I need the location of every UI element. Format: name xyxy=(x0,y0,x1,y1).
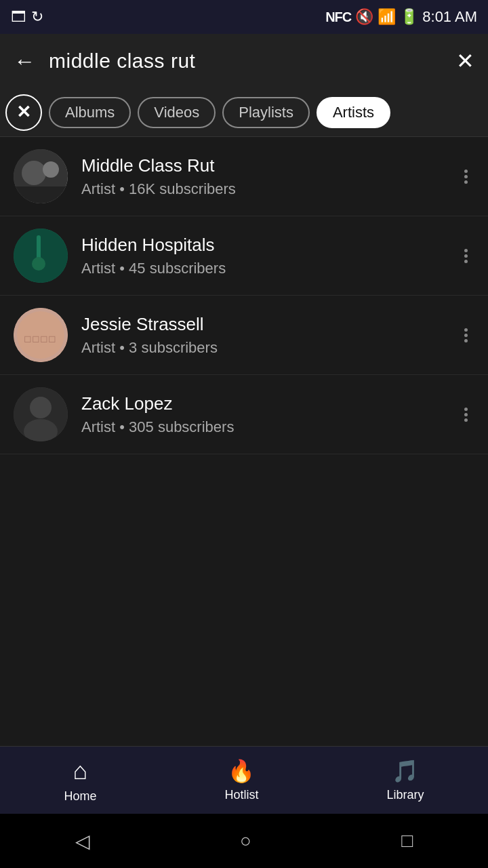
artist-name-4: Zack Lopez xyxy=(81,393,444,414)
library-icon: 🎵 xyxy=(392,758,419,784)
artist-name-2: Hidden Hospitals xyxy=(81,235,444,256)
tab-artists[interactable]: Artists xyxy=(317,97,390,128)
nav-library-label: Library xyxy=(386,788,424,802)
artist-meta-1: Artist • 16K subscribers xyxy=(81,180,444,198)
svg-rect-3 xyxy=(14,186,68,203)
artist-more-button-3[interactable] xyxy=(458,321,474,349)
artist-more-button-1[interactable] xyxy=(458,163,474,191)
back-button[interactable]: ← xyxy=(14,49,35,74)
system-back-button[interactable]: ◁ xyxy=(75,830,90,852)
artist-item-1[interactable]: Middle Class Rut Artist • 16K subscriber… xyxy=(0,137,488,216)
clear-search-button[interactable]: ✕ xyxy=(456,48,474,74)
artist-item-4[interactable]: Zack Lopez Artist • 305 subscribers xyxy=(0,375,488,454)
nfc-icon: NFC xyxy=(325,9,351,25)
battery-icon: 🔋 xyxy=(400,8,418,26)
svg-point-1 xyxy=(22,161,46,185)
artist-avatar-1 xyxy=(14,149,68,203)
svg-point-6 xyxy=(32,257,45,271)
tab-songs[interactable]: ✕ xyxy=(5,94,42,131)
artist-more-button-4[interactable] xyxy=(458,401,474,429)
status-right-icons: NFC 🔇 📶 🔋 8:01 AM xyxy=(325,8,477,26)
artist-meta-4: Artist • 305 subscribers xyxy=(81,418,444,436)
tab-albums[interactable]: Albums xyxy=(49,97,131,128)
artist-info-4: Zack Lopez Artist • 305 subscribers xyxy=(81,393,444,436)
system-navigation: ◁ ○ □ xyxy=(0,814,488,868)
artist-name-3: Jessie Strassell xyxy=(81,314,444,335)
svg-point-2 xyxy=(43,161,59,178)
artist-item-2[interactable]: Hidden Hospitals Artist • 45 subscribers xyxy=(0,216,488,296)
svg-text:◻◻◻◻: ◻◻◻◻ xyxy=(24,333,56,344)
hotlist-icon: 🔥 xyxy=(228,758,255,784)
notification-icon: 🗖 xyxy=(11,8,26,26)
artist-meta-2: Artist • 45 subscribers xyxy=(81,260,444,277)
tab-videos[interactable]: Videos xyxy=(138,97,216,128)
artist-name-1: Middle Class Rut xyxy=(81,155,444,176)
nav-hotlist-label: Hotlist xyxy=(224,788,258,802)
status-left-icons: 🗖 ↻ xyxy=(11,8,43,26)
artist-item-3[interactable]: ◻◻◻◻ Jessie Strassell Artist • 3 subscri… xyxy=(0,296,488,375)
close-filter-icon: ✕ xyxy=(16,102,31,123)
artist-more-button-2[interactable] xyxy=(458,242,474,270)
status-time: 8:01 AM xyxy=(422,8,477,26)
artist-meta-3: Artist • 3 subscribers xyxy=(81,339,444,357)
filter-tabs-bar: ✕ Albums Videos Playlists Artists xyxy=(0,88,488,137)
nav-home[interactable]: ⌂ Home xyxy=(64,757,96,804)
wifi-icon: 📶 xyxy=(378,8,396,26)
bottom-navigation: ⌂ Home 🔥 Hotlist 🎵 Library xyxy=(0,746,488,814)
sync-icon: ↻ xyxy=(31,8,43,26)
artist-avatar-3: ◻◻◻◻ xyxy=(14,308,68,362)
svg-point-11 xyxy=(30,397,52,418)
artist-info-3: Jessie Strassell Artist • 3 subscribers xyxy=(81,314,444,357)
nav-library[interactable]: 🎵 Library xyxy=(386,758,424,802)
tab-playlists[interactable]: Playlists xyxy=(222,97,310,128)
artist-avatar-4 xyxy=(14,387,68,441)
artist-avatar-2 xyxy=(14,229,68,283)
system-home-button[interactable]: ○ xyxy=(240,830,251,852)
status-bar: 🗖 ↻ NFC 🔇 📶 🔋 8:01 AM xyxy=(0,0,488,34)
mute-icon: 🔇 xyxy=(355,8,373,26)
home-icon: ⌂ xyxy=(73,757,88,785)
search-query-title: middle class rut xyxy=(49,50,443,73)
nav-home-label: Home xyxy=(64,789,96,804)
nav-hotlist[interactable]: 🔥 Hotlist xyxy=(224,758,258,802)
system-recent-button[interactable]: □ xyxy=(401,830,413,852)
artist-info-1: Middle Class Rut Artist • 16K subscriber… xyxy=(81,155,444,198)
artist-info-2: Hidden Hospitals Artist • 45 subscribers xyxy=(81,235,444,277)
search-header: ← middle class rut ✕ xyxy=(0,34,488,88)
artist-results-list: Middle Class Rut Artist • 16K subscriber… xyxy=(0,137,488,746)
